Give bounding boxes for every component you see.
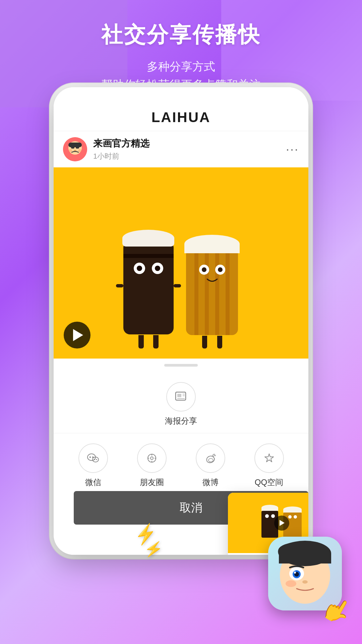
post-info: 来画官方精选 1小时前 bbox=[93, 137, 286, 161]
mini-light-foam bbox=[283, 506, 302, 513]
more-options-button[interactable]: ··· bbox=[286, 142, 299, 156]
eye-left bbox=[134, 263, 145, 274]
app-header: LAIHUA bbox=[54, 104, 308, 131]
light-eye-left bbox=[199, 265, 209, 275]
arm-right bbox=[174, 284, 181, 287]
arm-left bbox=[116, 284, 123, 287]
app-logo: LAIHUA bbox=[64, 109, 298, 125]
light-beer-character bbox=[184, 235, 240, 348]
svg-marker-26 bbox=[265, 454, 274, 462]
light-body bbox=[186, 251, 238, 335]
svg-point-14 bbox=[89, 457, 90, 458]
weibo-label: 微博 bbox=[202, 477, 219, 488]
video-container[interactable] bbox=[54, 167, 308, 359]
stripe1 bbox=[194, 251, 198, 335]
header-area: 社交分享传播快 多种分享方式 帮助你轻松获得更多点赞和关注 bbox=[0, 0, 362, 94]
dark-body bbox=[123, 244, 174, 334]
stripe4 bbox=[226, 251, 230, 335]
qqspace-label: QQ空间 bbox=[255, 477, 283, 488]
scroll-bar bbox=[164, 364, 198, 367]
mini-light-eyes bbox=[288, 515, 297, 519]
smile bbox=[205, 277, 219, 285]
svg-point-17 bbox=[94, 459, 95, 460]
lightning-icon-2: ⚡ bbox=[143, 539, 164, 559]
mini-dark-eyes bbox=[265, 514, 275, 518]
floating-play-button[interactable] bbox=[274, 516, 289, 531]
dark-legs bbox=[138, 335, 159, 348]
light-eyes bbox=[199, 265, 225, 275]
pupil-left bbox=[137, 266, 142, 271]
eye-right bbox=[152, 263, 163, 274]
weibo-share-item[interactable]: 微博 bbox=[196, 443, 225, 488]
cancel-label: 取消 bbox=[180, 500, 202, 516]
header-title: 社交分享传播快 bbox=[0, 20, 362, 49]
svg-point-7 bbox=[78, 149, 81, 152]
svg-point-36 bbox=[294, 572, 296, 574]
wechat-icon bbox=[78, 443, 108, 473]
light-pupil-left bbox=[202, 267, 206, 272]
video-scene bbox=[54, 167, 308, 359]
leg-right bbox=[153, 335, 159, 348]
light-stripes bbox=[186, 251, 238, 335]
poster-icon bbox=[166, 382, 196, 412]
floating-play-icon bbox=[280, 520, 285, 526]
light-foam bbox=[184, 235, 240, 253]
mini-dark-foam bbox=[261, 505, 278, 511]
mascot-area: 👆 bbox=[255, 537, 355, 610]
light-pupil-right bbox=[218, 267, 223, 272]
svg-rect-2 bbox=[68, 143, 82, 147]
poster-label: 海报分享 bbox=[165, 416, 197, 426]
mini-light-eye-r bbox=[294, 515, 297, 519]
light-legs bbox=[202, 336, 222, 348]
mini-light-eye-l bbox=[288, 515, 292, 519]
stripe2 bbox=[205, 251, 209, 335]
svg-rect-5 bbox=[74, 150, 76, 151]
social-share-row: 微信 朋友圈 bbox=[54, 433, 308, 491]
svg-rect-3 bbox=[71, 147, 74, 149]
moments-icon bbox=[137, 443, 167, 473]
handle bbox=[232, 266, 238, 291]
svg-rect-4 bbox=[76, 147, 79, 149]
light-leg-right bbox=[217, 336, 222, 348]
stripe3 bbox=[215, 251, 219, 335]
svg-rect-9 bbox=[177, 394, 181, 397]
svg-point-6 bbox=[69, 149, 72, 152]
svg-point-38 bbox=[302, 580, 308, 584]
moments-share-item[interactable]: 朋友圈 bbox=[137, 443, 167, 488]
dark-beer-character bbox=[122, 230, 174, 348]
poster-share-item[interactable]: 海报分享 bbox=[165, 382, 197, 426]
status-bar bbox=[54, 87, 308, 104]
leg-left bbox=[138, 335, 144, 348]
mini-dark-eye-r bbox=[271, 514, 275, 518]
play-button[interactable] bbox=[64, 322, 90, 348]
pupil-right bbox=[155, 266, 160, 271]
post-time: 1小时前 bbox=[93, 151, 286, 161]
qqspace-icon bbox=[254, 443, 284, 473]
dark-foam bbox=[122, 230, 174, 247]
phone-body: LAIHUA bbox=[54, 87, 308, 555]
qqspace-share-item[interactable]: QQ空间 bbox=[254, 443, 284, 488]
post-username: 来画官方精选 bbox=[93, 137, 286, 150]
light-eye-right bbox=[215, 265, 225, 275]
svg-point-18 bbox=[96, 459, 97, 460]
svg-point-25 bbox=[208, 459, 213, 462]
wechat-share-item[interactable]: 微信 bbox=[78, 443, 108, 488]
poster-share-row: 海报分享 bbox=[54, 382, 308, 433]
dark-eyes bbox=[134, 263, 163, 274]
play-icon bbox=[73, 329, 83, 341]
wechat-label: 微信 bbox=[85, 477, 101, 488]
mini-dark-eye-l bbox=[265, 514, 269, 518]
moments-label: 朋友圈 bbox=[140, 477, 164, 488]
post-header: 来画官方精选 1小时前 ··· bbox=[54, 131, 308, 167]
svg-point-20 bbox=[150, 457, 153, 460]
avatar bbox=[63, 137, 87, 161]
subtitle-line1: 多种分享方式 bbox=[0, 57, 362, 75]
light-leg-left bbox=[202, 336, 207, 348]
svg-point-37 bbox=[286, 580, 296, 587]
phone-mockup: LAIHUA bbox=[54, 87, 308, 555]
scroll-indicator bbox=[54, 359, 308, 372]
weibo-icon bbox=[196, 443, 225, 473]
dark-stripe bbox=[123, 254, 174, 258]
